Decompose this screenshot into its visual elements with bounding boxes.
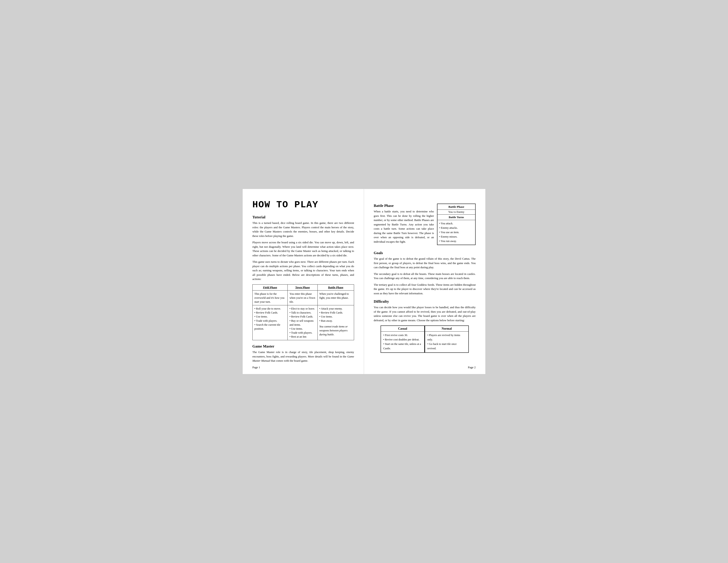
field-action-4: • Trade with players.: [254, 319, 286, 323]
battle-action-1: • Attack your enemy.: [319, 307, 352, 311]
town-action-7: • Rest at an Inn: [289, 335, 315, 339]
battle-actions: • Attack your enemy. • Review Folk Cards…: [317, 305, 354, 340]
normal-item-1: • Players are revived by items only.: [427, 333, 466, 342]
casual-header: Casual: [381, 326, 424, 332]
bt-item-5: • You run away.: [439, 239, 473, 243]
tutorial-para-2: Players move across the board using a si…: [252, 240, 354, 257]
town-action-2: • Talk to characters.: [289, 311, 315, 315]
bp-box-header: Battle Phase: [437, 204, 475, 210]
table-row-desc: This phase is for the overworld and it's…: [253, 290, 354, 305]
bt-item-4: • Enemy misses.: [439, 234, 473, 239]
game-master-heading: Game Master: [252, 344, 354, 349]
difficulty-intro: You can decide how you would like player…: [374, 305, 476, 322]
field-desc: This phase is for the overworld and it's…: [253, 290, 288, 305]
tutorial-para-3: This game uses turns to dictate who goes…: [252, 259, 354, 281]
field-action-1: • Roll your die to move.: [254, 307, 286, 311]
game-master-text: The Game Master role is in charge of sto…: [252, 350, 354, 363]
battle-action-3: • Use items.: [319, 315, 352, 319]
table-row-actions: • Roll your die to move. • Review Folk C…: [253, 305, 354, 340]
normal-header: Normal: [425, 326, 468, 332]
field-action-3: • Use items.: [254, 315, 286, 319]
bt-item-3: • You use an item.: [439, 230, 473, 234]
battle-desc: When you're challenged to fight, you ent…: [317, 290, 354, 305]
casual-item-3: • Start on the same tile, unless at a Ca…: [383, 342, 422, 351]
tutorial-para-1: This is a turned based, dice rolling boa…: [252, 221, 354, 238]
goals-para-2: The secondary goal is to defeat all the …: [374, 272, 476, 280]
battle-action-4: • Run away.: [319, 319, 352, 323]
goals-para-3: The tertiary goal is to collect all four…: [374, 283, 476, 296]
town-action-4: • Buy or sell weapons and items.: [289, 319, 315, 327]
battle-action-5: You cannot trade items or weapons betwee…: [319, 325, 352, 337]
field-actions: • Roll your die to move. • Review Folk C…: [253, 305, 288, 340]
goals-para-1: The goal of the game is to defeat the gr…: [374, 256, 476, 269]
difficulty-heading: Difficulty: [374, 300, 476, 304]
col-header-field: Field Phase: [253, 285, 288, 290]
town-action-3: • Review Folk Cards.: [289, 315, 315, 319]
page-left: HOW TO PLAY Tutorial This is a turned ba…: [243, 189, 364, 374]
battle-phase-box: Battle Phase You vs Enemy Battle Turns •…: [437, 203, 476, 245]
town-desc: You enter this phase when you're on a To…: [288, 290, 317, 305]
col-header-town: Town Phase: [288, 285, 317, 290]
field-action-5: • Search the current tile position.: [254, 323, 286, 331]
battle-italic: You cannot trade items or weapons betwee…: [319, 325, 348, 336]
casual-box: Casual • First revive costs 30. • Revive…: [381, 326, 425, 353]
page-number-left: Page 1: [252, 366, 260, 369]
goals-heading: Goals: [374, 251, 476, 255]
bp-box-subheader: You vs Enemy: [437, 210, 475, 214]
field-action-2: • Review Folk Cards.: [254, 311, 286, 315]
main-title: HOW TO PLAY: [252, 199, 354, 210]
town-action-1: • Elect to stay or leave.: [289, 307, 315, 311]
col-header-battle: Battle Phase: [317, 285, 354, 290]
game-master-manual-italic: Game Master Manual: [252, 355, 354, 363]
bt-item-1: • You attack.: [439, 221, 473, 226]
page-right: Battle Phase You vs Enemy Battle Turns •…: [364, 189, 485, 374]
phase-table: Field Phase Town Phase Battle Phase This…: [252, 285, 354, 340]
battle-action-2: • Review Folk Cards.: [319, 311, 352, 315]
bt-items: • You attack. • Enemy attacks. • You use…: [437, 220, 475, 244]
page-spread: HOW TO PLAY Tutorial This is a turned ba…: [243, 189, 485, 374]
town-action-6: • Trade with players.: [289, 331, 315, 335]
town-actions: • Elect to stay or leave. • Talk to char…: [288, 305, 317, 340]
casual-item-1: • First revive costs 30.: [383, 333, 422, 337]
page-number-right: Page 2: [468, 366, 476, 369]
normal-box: Normal • Players are revived by items on…: [425, 326, 469, 353]
normal-items: • Players are revived by items only. • G…: [425, 332, 468, 352]
battle-phase-section: Battle Phase You vs Enemy Battle Turns •…: [374, 203, 476, 247]
town-action-5: • Use items.: [289, 327, 315, 331]
casual-items: • First revive costs 30. • Revive cost d…: [381, 332, 424, 352]
casual-item-2: • Revive cost doubles per defeat.: [383, 337, 422, 342]
difficulty-boxes: Casual • First revive costs 30. • Revive…: [374, 326, 476, 353]
tutorial-heading: Tutorial: [252, 215, 354, 219]
bt-item-2: • Enemy attacks.: [439, 226, 473, 230]
normal-item-2: • Go back to start tile once revived.: [427, 342, 466, 351]
bt-header: Battle Turns: [437, 214, 475, 220]
